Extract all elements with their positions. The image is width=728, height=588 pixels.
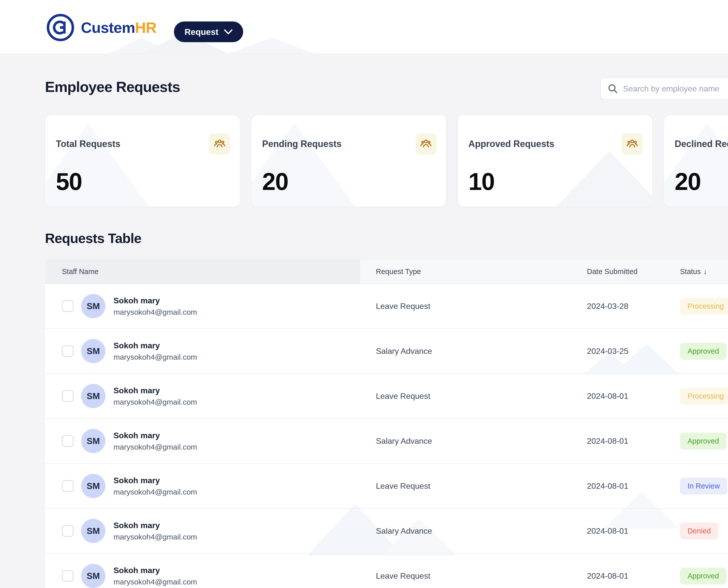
- stat-card-value: 50: [56, 168, 230, 195]
- request-type-cell: Salary Advance: [360, 526, 581, 536]
- staff-cell: SM Sokoh mary marysokoh4@gmail.com: [45, 384, 360, 408]
- staff-cell: SM Sokoh mary marysokoh4@gmail.com: [45, 294, 360, 318]
- status-cell: Approved: [674, 568, 728, 585]
- stat-card-icon-chip: [622, 133, 643, 154]
- table-row: SM Sokoh mary marysokoh4@gmail.com Salar…: [45, 329, 728, 374]
- table-row: SM Sokoh mary marysokoh4@gmail.com Leave…: [45, 554, 728, 588]
- stat-card-label: Total Requests: [56, 139, 120, 149]
- top-bar: CustemHR Request: [0, 0, 728, 54]
- status-cell: Approved: [674, 343, 728, 360]
- staff-email: marysokoh4@gmail.com: [114, 488, 197, 496]
- request-type-cell: Leave Request: [360, 481, 581, 491]
- staff-cell: SM Sokoh mary marysokoh4@gmail.com: [45, 429, 360, 453]
- chevron-down-icon: [224, 29, 232, 35]
- row-checkbox[interactable]: [62, 435, 74, 447]
- status-badge: Approved: [680, 433, 727, 449]
- avatar: SM: [81, 339, 105, 363]
- status-badge: Approved: [680, 343, 727, 360]
- request-dropdown-button[interactable]: Request: [174, 21, 243, 42]
- row-checkbox[interactable]: [62, 390, 74, 402]
- table-row: SM Sokoh mary marysokoh4@gmail.com Salar…: [45, 419, 728, 464]
- table-row: SM Sokoh mary marysokoh4@gmail.com Leave…: [45, 374, 728, 419]
- date-submitted-cell: 2024-08-01: [581, 481, 674, 491]
- avatar: SM: [81, 384, 105, 408]
- stat-card-label: Approved Requests: [468, 139, 554, 149]
- status-badge: Processing: [680, 298, 728, 315]
- people-group-icon: [626, 138, 639, 150]
- staff-cell: SM Sokoh mary marysokoh4@gmail.com: [45, 519, 360, 543]
- mountain-decoration: [229, 38, 315, 54]
- status-cell: Processing: [674, 388, 728, 405]
- staff-name: Sokoh mary: [114, 476, 197, 485]
- staff-email: marysokoh4@gmail.com: [114, 353, 197, 361]
- status-cell: Denied: [674, 523, 728, 540]
- stat-card-value: 20: [262, 168, 437, 195]
- request-type-cell: Leave Request: [360, 571, 581, 581]
- stat-card-label: Declined Requests: [675, 139, 728, 149]
- column-header-date-submitted: Date Submitted: [581, 268, 674, 276]
- date-submitted-cell: 2024-08-01: [581, 571, 674, 581]
- people-group-icon: [419, 138, 432, 150]
- stat-cards: Total Requests 50 Pending Requests: [45, 115, 728, 207]
- table-row: SM Sokoh mary marysokoh4@gmail.com Leave…: [45, 464, 728, 509]
- stat-card: Approved Requests 10: [458, 115, 653, 207]
- request-type-cell: Leave Request: [360, 301, 581, 311]
- staff-name: Sokoh mary: [114, 296, 197, 306]
- stat-card: Total Requests 50: [45, 115, 240, 207]
- row-checkbox[interactable]: [62, 480, 74, 492]
- brand-name: CustemHR: [81, 19, 157, 36]
- search-input[interactable]: [623, 84, 728, 93]
- status-cell: In Review: [674, 478, 728, 495]
- avatar: SM: [81, 564, 105, 588]
- brand-logo[interactable]: CustemHR: [45, 13, 157, 42]
- staff-email: marysokoh4@gmail.com: [114, 533, 197, 541]
- table-body: SM Sokoh mary marysokoh4@gmail.com Leave…: [45, 284, 728, 588]
- staff-email: marysokoh4@gmail.com: [114, 443, 197, 451]
- stat-card-value: 10: [468, 168, 643, 195]
- requests-table: Staff Name Request Type Date Submitted S…: [45, 260, 728, 588]
- date-submitted-cell: 2024-03-28: [581, 301, 674, 311]
- request-type-cell: Salary Advance: [360, 437, 581, 446]
- staff-cell: SM Sokoh mary marysokoh4@gmail.com: [45, 339, 360, 363]
- row-checkbox[interactable]: [62, 525, 74, 537]
- stat-card-icon-chip: [209, 133, 230, 154]
- row-checkbox[interactable]: [62, 300, 74, 312]
- status-badge: Denied: [680, 523, 719, 540]
- avatar-initials: SM: [87, 481, 100, 491]
- request-type-cell: Leave Request: [360, 392, 581, 401]
- stat-card-label: Pending Requests: [262, 139, 342, 149]
- staff-name: Sokoh mary: [114, 341, 197, 350]
- stat-card: Declined Requests 20: [664, 115, 728, 207]
- date-submitted-cell: 2024-08-01: [581, 437, 674, 446]
- staff-name: Sokoh mary: [114, 386, 197, 395]
- avatar-initials: SM: [87, 301, 100, 311]
- column-header-status[interactable]: Status ↓: [674, 267, 728, 276]
- column-header-request-type: Request Type: [360, 268, 581, 276]
- staff-email: marysokoh4@gmail.com: [114, 398, 197, 406]
- staff-name: Sokoh mary: [114, 566, 197, 575]
- page-title: Employee Requests: [45, 78, 180, 95]
- staff-cell: SM Sokoh mary marysokoh4@gmail.com: [45, 564, 360, 588]
- status-badge: Approved: [680, 568, 727, 585]
- request-button-label: Request: [184, 27, 218, 37]
- search-box: [600, 78, 728, 100]
- date-submitted-cell: 2024-08-01: [581, 392, 674, 401]
- staff-email: marysokoh4@gmail.com: [114, 308, 197, 316]
- staff-cell: SM Sokoh mary marysokoh4@gmail.com: [45, 474, 360, 498]
- row-checkbox[interactable]: [62, 345, 74, 357]
- avatar: SM: [81, 429, 105, 453]
- request-type-cell: Salary Advance: [360, 346, 581, 356]
- column-header-staff-name: Staff Name: [45, 268, 360, 276]
- date-submitted-cell: 2024-03-25: [581, 346, 674, 356]
- stat-card-value: 20: [675, 168, 728, 195]
- staff-name: Sokoh mary: [114, 431, 197, 440]
- stat-card-icon-chip: [415, 133, 437, 154]
- avatar: SM: [81, 294, 105, 318]
- table-header-row: Staff Name Request Type Date Submitted S…: [45, 260, 728, 284]
- avatar-initials: SM: [87, 571, 100, 581]
- avatar-initials: SM: [87, 391, 100, 401]
- staff-email: marysokoh4@gmail.com: [114, 578, 197, 586]
- status-badge: Processing: [680, 388, 728, 405]
- row-checkbox[interactable]: [62, 570, 74, 582]
- avatar: SM: [81, 519, 105, 543]
